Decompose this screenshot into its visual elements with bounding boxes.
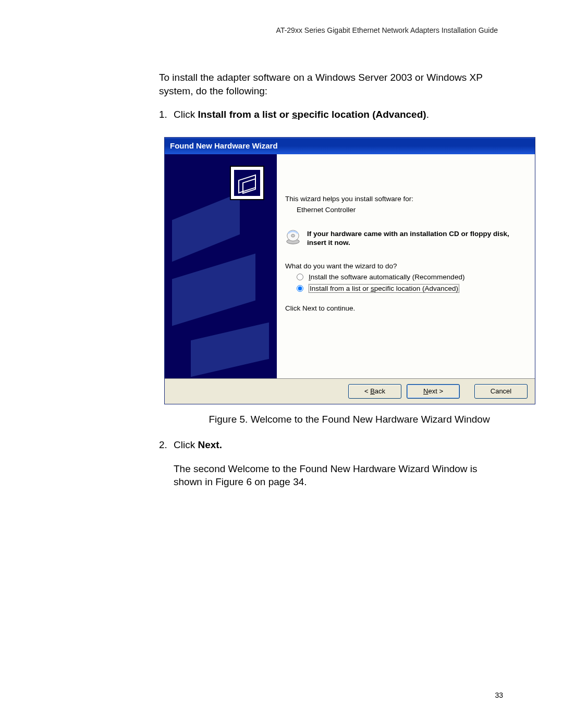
t: pecific location (Advanced) <box>374 285 458 292</box>
wizard-intro-line: This wizard helps you install software f… <box>285 195 523 203</box>
t: ext > <box>428 387 443 395</box>
figure: Found New Hardware Wizard T <box>164 137 534 425</box>
radio-auto-input[interactable] <box>297 274 303 280</box>
continue-line: Click Next to continue. <box>285 304 523 312</box>
t: s <box>371 285 374 292</box>
text-bold: Install from a list or specific location… <box>198 109 426 120</box>
cd-icon <box>285 229 301 245</box>
followup-paragraph: The second Welcome to the Found New Hard… <box>174 462 503 489</box>
dialog-body: This wizard helps you install software f… <box>165 154 535 379</box>
text: . <box>426 109 429 120</box>
t: Install from a list or <box>198 109 292 120</box>
page-number: 33 <box>495 691 503 699</box>
next-button[interactable]: Next > <box>407 384 460 399</box>
t: < <box>364 387 370 395</box>
device-name: Ethernet Controller <box>297 206 523 214</box>
step-2: 2. Click Next. <box>159 438 503 452</box>
t: ack <box>375 387 385 395</box>
back-button[interactable]: < Back <box>348 384 401 399</box>
step-text: Click Install from a list or specific lo… <box>174 108 503 121</box>
radio-advanced-label: Install from a list or specific location… <box>309 284 459 293</box>
radio-group: Install the software automatically (Reco… <box>297 273 523 293</box>
radio-option-advanced[interactable]: Install from a list or specific location… <box>297 284 523 293</box>
radio-auto-label: Install the software automatically (Reco… <box>309 273 464 281</box>
dialog-title: Found New Hardware Wizard <box>170 141 278 150</box>
t: B <box>370 387 375 395</box>
step-number: 2. <box>159 438 174 452</box>
wizard-dialog: Found New Hardware Wizard T <box>164 137 535 404</box>
insert-cd-row: If your hardware came with an installati… <box>285 229 523 248</box>
cancel-button[interactable]: Cancel <box>474 384 528 399</box>
installer-icon <box>230 166 264 200</box>
text: Click <box>174 109 198 120</box>
wizard-side-graphic <box>165 154 277 378</box>
radio-advanced-input[interactable] <box>297 285 303 292</box>
radio-option-auto[interactable]: Install the software automatically (Reco… <box>297 273 523 281</box>
intro-paragraph: To install the adapter software on a Win… <box>159 71 503 97</box>
step-text: Click Next. <box>174 438 503 452</box>
step-1: 1. Click Install from a list or specific… <box>159 108 503 121</box>
t: nstall the software automatically (Recom… <box>311 273 465 281</box>
dialog-button-bar: < Back Next > Cancel <box>165 379 535 404</box>
insert-cd-text: If your hardware came with an installati… <box>307 229 523 248</box>
t: Install from a list or <box>310 285 371 292</box>
svg-point-2 <box>291 234 295 237</box>
step-number: 1. <box>159 108 174 121</box>
t: s <box>292 109 298 120</box>
t: N <box>423 387 428 395</box>
document-page: AT-29xx Series Gigabit Ethernet Network … <box>0 0 563 728</box>
doc-header: AT-29xx Series Gigabit Ethernet Network … <box>60 26 503 34</box>
dialog-content: This wizard helps you install software f… <box>277 154 535 378</box>
text-bold: Next. <box>198 439 222 450</box>
figure-caption: Figure 5. Welcome to the Found New Hardw… <box>164 414 534 425</box>
text: Click <box>174 439 198 450</box>
dialog-title-bar: Found New Hardware Wizard <box>165 138 535 154</box>
wizard-prompt: What do you want the wizard to do? <box>285 262 523 270</box>
t: pecific location (Advanced) <box>298 109 426 120</box>
